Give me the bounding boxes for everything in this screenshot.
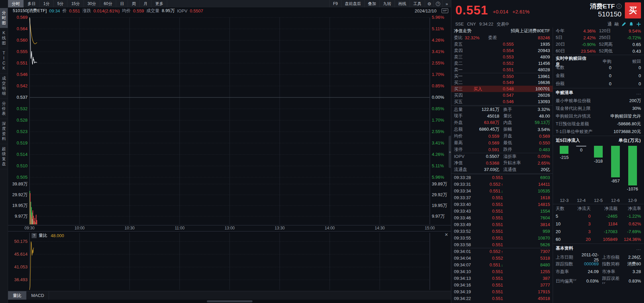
order-book-row[interactable]: 买四0.54726026 [454, 92, 550, 98]
sidebar-item-TICK[interactable]: T I C K [0, 48, 8, 74]
tick-row[interactable]: 09:34:070.551↓8480 [454, 261, 550, 268]
add-plus-icon[interactable] [636, 22, 641, 27]
basic-more-icon[interactable]: ... [636, 246, 641, 251]
horizontal-scrollbar[interactable] [8, 300, 451, 303]
stat-label: 振幅 [499, 126, 525, 132]
weibi-label: 委比 [454, 35, 463, 41]
toolbar-tab-分时[interactable]: 分时 [8, 0, 24, 7]
stat-label: 最低 [499, 140, 525, 146]
panel-collapse-handle[interactable]: » [449, 136, 451, 168]
netflow-table-cell: 20 [556, 229, 571, 234]
toolbar-tab-15分[interactable]: 15分 [67, 0, 84, 7]
order-book-row[interactable]: 买二0.54916636 [454, 79, 550, 86]
subchart-close-icon[interactable]: ✕ [445, 232, 448, 237]
tick-row[interactable]: 09:33:370.5511618 [454, 194, 550, 201]
instrument-identity: 消费ETF i 510150 [590, 3, 622, 18]
order-level-label: 卖五 [454, 41, 473, 47]
tick-row[interactable]: 09:34:220.55145018 [454, 295, 550, 302]
tick-row[interactable]: 09:34:130.551387 [454, 275, 550, 282]
sidebar-item-成交明细[interactable]: 成 交 明 细 [0, 74, 8, 99]
shenshu-row: 最小申赎单位份额200万 [556, 97, 641, 104]
sidebar-item-超级复盘[interactable]: 超 级 复 盘 [0, 144, 8, 169]
tick-row[interactable]: 09:33:280.5516903 [454, 174, 550, 181]
toolbar-tab-30分[interactable]: 30分 [84, 0, 100, 7]
order-price: 0.554 [473, 48, 514, 53]
toolbar-tab-周[interactable]: 周 [128, 0, 140, 7]
sidebar-item-深度资料[interactable]: 深 度 资 料 [0, 119, 8, 144]
toolbar-tab-60分[interactable]: 60分 [100, 0, 116, 7]
change-percent: +2.61% [512, 9, 530, 14]
tick-row[interactable]: 09:34:040.5525318 [454, 255, 550, 261]
toolbar-tab-月[interactable]: 月 [140, 0, 151, 7]
tick-row[interactable]: 09:33:430.5511554 [454, 208, 550, 214]
volume-axis-tick: 39.89万 [432, 181, 450, 187]
toolbar-tab-1分[interactable]: 1分 [40, 0, 54, 7]
subchart-help-icon[interactable]: ? [32, 233, 37, 238]
tick-time: 09:34:19 [454, 289, 477, 294]
tick-row[interactable]: 09:34:010.552↑7307 [454, 248, 550, 255]
indicator-tab-量比[interactable]: 量比 [8, 291, 27, 300]
alert-bell-icon[interactable] [629, 22, 634, 27]
nav-label[interactable]: 净值走势 [454, 28, 471, 34]
toolbar-tab-日[interactable]: 日 [116, 0, 128, 7]
tick-row[interactable]: 09:33:580.5515626 [454, 241, 550, 248]
buy-button[interactable]: 买 [625, 2, 641, 18]
order-book-row[interactable]: 买三买入0.548100701 [451, 86, 553, 92]
tick-row[interactable]: 09:33:310.552↑14411 [454, 181, 550, 187]
percent-axis-tick: 0.00% [432, 95, 450, 100]
mini-window-icon[interactable]: WP [442, 8, 448, 13]
sidebar-item-分时图[interactable]: 分 时 图 [0, 8, 8, 28]
order-book-row[interactable]: 买五0.54613093 [454, 98, 550, 105]
tick-row[interactable]: 09:34:190.55117915 [454, 288, 550, 295]
intraday-chart[interactable]: 0.5690.5640.5600.5550.5510.5460.5420.537… [8, 14, 451, 225]
info-icon[interactable]: i [616, 4, 622, 9]
toolbar-tab-更多[interactable]: 更多 [151, 0, 167, 7]
sidebar-item-分价表[interactable]: 分 价 表 [0, 99, 8, 119]
toolbar-button-画线[interactable]: 画线 [395, 0, 410, 7]
tick-volume: 14815 [503, 202, 550, 207]
volume-ratio-subchart[interactable]: ? 量比 48.000 ✕ 50.17545.61441.05336.493 [8, 231, 451, 291]
tick-row[interactable]: 09:34:100.5511255 [454, 268, 550, 275]
toolbar-expand-icon[interactable]: » [442, 0, 451, 7]
stat-label: 涨停 [454, 146, 475, 153]
settings-gear-icon[interactable]: ⚙ [425, 0, 433, 7]
toolbar-tab-多日[interactable]: 多日 [24, 0, 40, 7]
order-book-row[interactable]: 买一0.55013961 [454, 73, 550, 79]
index-code-link[interactable]: 000069 [579, 261, 599, 266]
toolbar-button-F9[interactable]: F9 [329, 0, 341, 7]
toolbar-button-九转[interactable]: 九转 [379, 0, 395, 7]
order-book-row[interactable]: 卖五0.5551935 [454, 41, 550, 47]
order-book-row[interactable]: 卖三0.5534809 [454, 54, 550, 60]
quote-header: 0.551 +0.014 +2.61% 消费ETF i 510150 买 [451, 0, 644, 21]
performance-row: 5日2.42%250日-0.72% [556, 34, 641, 41]
edit-pencil-icon[interactable] [622, 22, 626, 27]
toolbar-button-盘前盘后[interactable]: 盘前盘后 [341, 0, 364, 7]
order-book-row[interactable]: 卖四0.55420943 [454, 47, 550, 54]
tick-row[interactable]: 09:33:340.551↓10535 [454, 187, 550, 194]
order-level-label: 买四 [454, 92, 473, 98]
shenshu-more-icon[interactable]: ... [636, 90, 641, 95]
tick-time: 09:33:46 [454, 215, 477, 220]
order-book-row[interactable]: 卖一0.55148028 [454, 67, 550, 73]
tick-row[interactable]: 09:33:520.551959 [454, 228, 550, 234]
sidebar-item-K线图[interactable]: K 线 图 [0, 28, 8, 48]
indicator-tab-MACD[interactable]: MACD [27, 291, 49, 300]
toolbar-button-叠加[interactable]: 叠加 [364, 0, 379, 7]
tick-row[interactable]: 09:33:400.55114815 [454, 201, 550, 208]
toolbar-button-工具[interactable]: 工具 [410, 0, 425, 7]
tick-row[interactable]: 09:33:490.5513814 [454, 221, 550, 228]
scrollbar-thumb[interactable] [207, 300, 252, 302]
stat-label: 量比 [499, 113, 525, 119]
help-icon[interactable]: ? [433, 0, 442, 7]
toolbar-tab-5分[interactable]: 5分 [54, 0, 68, 7]
tick-row[interactable]: 09:33:460.5517604 [454, 214, 550, 221]
basic-info-row: 上市日期2011-02-25上市份额2.26亿 [556, 252, 641, 260]
instrument-code-big: 510150 [590, 10, 622, 18]
tick-row[interactable]: 09:34:160.5513777 [454, 282, 550, 288]
order-book-row[interactable]: 卖二0.55211456 [454, 60, 550, 67]
tick-row[interactable]: 09:33:550.55110870 [454, 234, 550, 241]
weibi-value: 32.32% [465, 35, 479, 40]
superscript: 1Y [602, 282, 605, 285]
realtime-subscribe-value: 0 [587, 65, 611, 70]
divider [553, 244, 644, 244]
